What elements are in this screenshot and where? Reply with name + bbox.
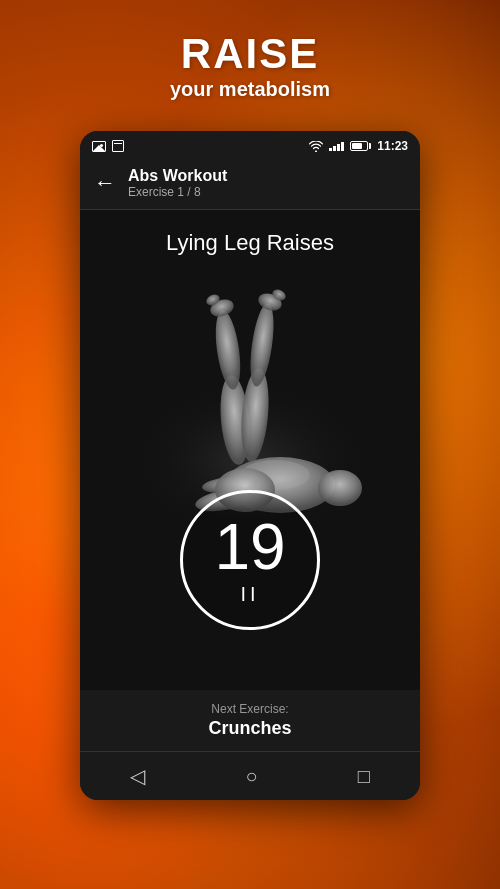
- timer-number: 19: [214, 515, 285, 579]
- phone-mockup: 11:23 ← Abs Workout Exercise 1 / 8 Lying…: [80, 131, 420, 800]
- next-exercise-label: Next Exercise:: [90, 702, 410, 716]
- nav-home-button[interactable]: ○: [245, 765, 257, 788]
- battery-icon: [350, 141, 371, 151]
- status-left-icons: [92, 140, 124, 152]
- next-exercise-bar: Next Exercise: Crunches: [80, 690, 420, 751]
- wifi-icon: [309, 141, 323, 152]
- toolbar-subtitle: Exercise 1 / 8: [128, 185, 227, 199]
- nav-bar: ◁ ○ □: [80, 751, 420, 800]
- svg-point-2: [318, 470, 362, 506]
- status-right-icons: 11:23: [309, 139, 408, 153]
- promo-header: RAISE your metabolism: [0, 0, 500, 121]
- timer-circle[interactable]: 19 II: [180, 490, 320, 630]
- toolbar-text: Abs Workout Exercise 1 / 8: [128, 167, 227, 199]
- status-time: 11:23: [377, 139, 408, 153]
- nav-back-button[interactable]: ◁: [130, 764, 145, 788]
- svg-point-9: [212, 309, 245, 391]
- toolbar-title: Abs Workout: [128, 167, 227, 185]
- back-button[interactable]: ←: [94, 170, 116, 196]
- next-exercise-name: Crunches: [90, 718, 410, 739]
- status-bar: 11:23: [80, 131, 420, 159]
- toolbar: ← Abs Workout Exercise 1 / 8: [80, 159, 420, 210]
- svg-point-10: [246, 302, 277, 388]
- calendar-icon: [112, 140, 124, 152]
- headline-sub: your metabolism: [20, 78, 480, 101]
- pause-icon[interactable]: II: [240, 583, 259, 606]
- exercise-area: Lying Leg Raises: [80, 210, 420, 690]
- exercise-name: Lying Leg Raises: [166, 230, 334, 256]
- signal-icon: [329, 141, 344, 151]
- headline-raise: RAISE: [20, 30, 480, 78]
- image-icon: [92, 141, 106, 152]
- nav-recent-button[interactable]: □: [358, 765, 370, 788]
